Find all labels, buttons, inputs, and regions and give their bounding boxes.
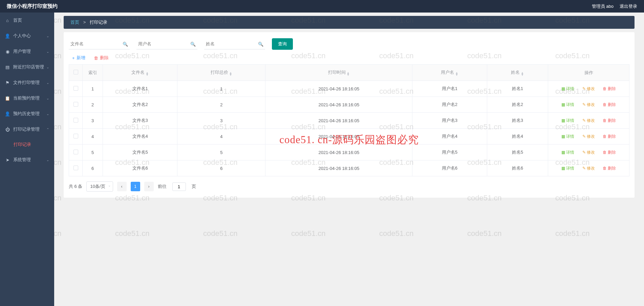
cell-filename: 文件名2 — [103, 97, 177, 113]
cell-username: 用户名2 — [412, 97, 487, 113]
detail-button[interactable]: ▦详情 — [561, 102, 574, 108]
select-all-checkbox[interactable] — [73, 70, 78, 74]
sidebar-item-file-print[interactable]: ⚑文件打印管理 ⌄ — [0, 75, 54, 90]
row-delete-button[interactable]: 🗑删除 — [603, 150, 616, 155]
query-button[interactable]: 查询 — [272, 38, 293, 50]
store-icon: ▤ — [5, 65, 10, 69]
cell-print-time: 2021-04-26 18:16:05 — [265, 97, 412, 113]
sidebar-subitem-print-record[interactable]: 打印记录 — [0, 137, 54, 152]
sidebar-item-profile[interactable]: 👤个人中心 ⌄ — [0, 28, 54, 44]
edit-button[interactable]: ✎修改 — [582, 150, 595, 155]
th-filename[interactable]: 文件名▲▼ — [103, 65, 177, 81]
watermark-text: code51.cn — [555, 229, 590, 238]
name-input[interactable] — [204, 39, 265, 49]
row-checkbox[interactable] — [73, 118, 78, 123]
breadcrumb-sep: > — [83, 20, 86, 25]
edit-button[interactable]: ✎修改 — [582, 134, 595, 139]
watermark-text: code51.cn — [54, 51, 62, 60]
detail-button[interactable]: ▦详情 — [561, 166, 574, 171]
sidebar-item-booking-history[interactable]: 👤预约历史管理 ⌄ — [0, 106, 54, 122]
username-input[interactable] — [136, 39, 197, 49]
sidebar-item-print-records[interactable]: ⏻打印记录管理 ⌃ — [0, 122, 54, 137]
row-delete-button[interactable]: 🗑删除 — [603, 134, 616, 139]
cell-total-price: 2 — [177, 97, 265, 113]
th-name[interactable]: 姓名▲▼ — [487, 65, 548, 81]
edit-button[interactable]: ✎修改 — [582, 166, 595, 171]
detail-button[interactable]: ▦详情 — [561, 134, 574, 139]
sidebar-item-nearby-stores[interactable]: ▤附近打印店管理 ⌄ — [0, 59, 54, 75]
row-delete-button[interactable]: 🗑删除 — [603, 118, 616, 124]
sidebar-item-current-booking[interactable]: 📋当前预约管理 ⌄ — [0, 90, 54, 106]
row-checkbox[interactable] — [73, 134, 78, 138]
sort-icon: ▲▼ — [146, 72, 149, 76]
sidebar: ⌂首页 👤个人中心 ⌄ ◉用户管理 ⌄ ▤附近打印店管理 ⌄ ⚑文件打印管理 ⌄… — [0, 13, 54, 306]
detail-button[interactable]: ▦详情 — [561, 150, 574, 155]
table-row: 6 文件名6 6 2021-04-26 18:16:05 用户名6 姓名6 ▦详… — [69, 160, 629, 176]
th-print-time[interactable]: 打印时间▲▼ — [265, 65, 412, 81]
admin-label[interactable]: 管理员 abo — [592, 3, 614, 9]
edit-button[interactable]: ✎修改 — [582, 86, 595, 92]
sort-icon: ▲▼ — [455, 72, 458, 76]
watermark-text: code51.cn — [291, 229, 326, 238]
watermark-text: code51.cn — [54, 158, 62, 167]
home-icon: ⌂ — [5, 18, 10, 23]
trash-icon: 🗑 — [603, 134, 607, 139]
cell-index: 4 — [83, 129, 103, 145]
cell-username: 用户名4 — [412, 129, 487, 145]
history-icon: 👤 — [5, 111, 10, 116]
cell-name: 姓名1 — [487, 81, 548, 97]
cell-actions: ▦详情 ✎修改 🗑删除 — [548, 129, 629, 145]
detail-button[interactable]: ▦详情 — [561, 86, 574, 92]
search-icon: 🔍 — [123, 41, 128, 46]
prev-page-button[interactable]: ‹ — [117, 182, 127, 191]
sort-icon: ▲▼ — [347, 72, 350, 76]
cell-username: 用户名6 — [412, 160, 487, 176]
logout-link[interactable]: 退出登录 — [620, 3, 637, 9]
page-size-select[interactable]: 10条/页 ⌄ — [86, 181, 113, 192]
chevron-down-icon: ⌄ — [108, 183, 111, 187]
sidebar-item-home[interactable]: ⌂首页 — [0, 13, 54, 28]
table-row: 2 文件名2 2 2021-04-26 18:16:05 用户名2 姓名2 ▦详… — [69, 97, 629, 113]
row-checkbox[interactable] — [73, 166, 78, 170]
cell-index: 5 — [83, 145, 103, 160]
sidebar-item-user-mgmt[interactable]: ◉用户管理 ⌄ — [0, 44, 54, 59]
cell-filename: 文件名5 — [103, 145, 177, 160]
th-total-price[interactable]: 打印总价▲▼ — [177, 65, 265, 81]
cell-total-price: 4 — [177, 129, 265, 145]
app-title: 微信小程序打印室预约 — [7, 3, 58, 9]
detail-button[interactable]: ▦详情 — [561, 118, 574, 124]
edit-button[interactable]: ✎修改 — [582, 118, 595, 124]
row-delete-button[interactable]: 🗑删除 — [603, 102, 616, 108]
th-username[interactable]: 用户名▲▼ — [412, 65, 487, 81]
page-number-button[interactable]: 1 — [131, 182, 140, 191]
chevron-down-icon: ⌄ — [46, 158, 49, 162]
toolbar: +新增 🗑删除 — [69, 55, 629, 61]
edit-button[interactable]: ✎修改 — [582, 102, 595, 108]
filename-input[interactable] — [69, 39, 130, 49]
cell-index: 1 — [83, 81, 103, 97]
detail-icon: ▦ — [561, 150, 565, 155]
th-actions: 操作 — [548, 65, 629, 81]
chevron-down-icon: ⌄ — [46, 34, 49, 38]
cell-print-time: 2021-04-26 18:16:05 — [265, 129, 412, 145]
search-field-name: 🔍 — [204, 39, 265, 49]
table-row: 4 文件名4 4 2021-04-26 18:16:05 用户名4 姓名4 ▦详… — [69, 129, 629, 145]
row-delete-button[interactable]: 🗑删除 — [603, 166, 616, 171]
row-delete-button[interactable]: 🗑删除 — [603, 86, 616, 92]
goto-input[interactable] — [172, 182, 186, 191]
next-page-button[interactable]: › — [144, 182, 154, 191]
row-checkbox[interactable] — [73, 102, 78, 107]
sidebar-label: 系统管理 — [13, 157, 31, 163]
sidebar-item-system[interactable]: ➤系统管理 ⌄ — [0, 152, 54, 168]
row-checkbox[interactable] — [73, 86, 78, 91]
add-button[interactable]: +新增 — [72, 55, 85, 61]
sidebar-label: 文件打印管理 — [13, 80, 40, 86]
chevron-down-icon: ⌄ — [46, 112, 49, 116]
delete-button[interactable]: 🗑删除 — [94, 55, 109, 61]
trash-icon: 🗑 — [603, 166, 607, 171]
breadcrumb-home[interactable]: 首页 — [70, 20, 79, 25]
app-header: 微信小程序打印室预约 管理员 abo 退出登录 — [0, 0, 644, 13]
trash-icon: 🗑 — [94, 56, 98, 61]
row-checkbox[interactable] — [73, 150, 78, 154]
cell-username: 用户名1 — [412, 81, 487, 97]
